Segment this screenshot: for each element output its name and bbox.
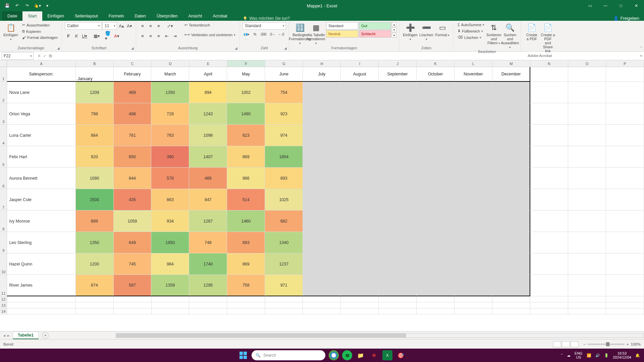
cell[interactable]: Aurora Bennett [7, 168, 75, 189]
volume-icon[interactable]: 🔊 [595, 353, 600, 358]
cell[interactable] [568, 189, 606, 210]
cell[interactable] [417, 253, 454, 275]
tab-data[interactable]: Daten [129, 11, 151, 21]
cell[interactable]: 469 [114, 82, 152, 103]
cell[interactable]: 920 [76, 146, 114, 168]
accounting-format-icon[interactable]: 💶▾ [243, 31, 250, 38]
cell[interactable] [303, 168, 341, 189]
cell[interactable] [417, 125, 454, 146]
cell[interactable] [341, 82, 379, 103]
cell[interactable] [454, 146, 492, 168]
cell[interactable]: 1209 [76, 82, 114, 103]
row-header[interactable]: 11 [0, 275, 7, 296]
cell[interactable] [606, 296, 644, 302]
cell[interactable]: 689 [76, 210, 114, 232]
clear-button[interactable]: ⌫Löschen [456, 35, 486, 40]
merge-center-button[interactable]: ⟷Verbinden und zentrieren [183, 32, 237, 38]
cell[interactable] [417, 232, 454, 253]
align-center-icon[interactable]: ≡ [147, 32, 154, 40]
column-header-D[interactable]: D [152, 60, 190, 67]
cell[interactable] [492, 308, 530, 314]
cell[interactable] [7, 302, 75, 308]
cell[interactable] [568, 302, 606, 308]
cell[interactable]: 1200 [76, 253, 114, 275]
view-page-layout-icon[interactable] [562, 341, 570, 347]
cell[interactable] [341, 302, 379, 308]
cell[interactable] [606, 302, 644, 308]
align-bottom-icon[interactable]: ≡ [155, 22, 162, 29]
cell[interactable] [530, 302, 568, 308]
cell[interactable] [265, 308, 303, 314]
underline-button[interactable]: U▾ [81, 32, 88, 40]
cell[interactable] [379, 210, 417, 232]
start-button[interactable] [238, 350, 248, 360]
tab-start[interactable]: Start [22, 11, 42, 21]
battery-icon[interactable]: 🔋 [604, 353, 609, 358]
cell[interactable] [341, 103, 379, 125]
cell[interactable]: 1407 [189, 146, 227, 168]
cell[interactable] [606, 103, 644, 125]
language-indicator[interactable]: ENG US [575, 351, 583, 359]
cell[interactable] [530, 296, 568, 302]
cell[interactable]: 390 [151, 146, 189, 168]
cell[interactable] [454, 82, 492, 103]
cell[interactable]: 847 [189, 189, 227, 210]
cell[interactable]: 974 [265, 125, 303, 146]
cell[interactable] [379, 146, 417, 168]
view-normal-icon[interactable] [553, 341, 561, 347]
cell[interactable] [417, 146, 454, 168]
ribbon-display-icon[interactable]: ▭ [582, 0, 598, 11]
cell[interactable]: December [492, 67, 530, 82]
cancel-edit-icon[interactable]: ✕ [38, 54, 41, 58]
cell[interactable] [265, 302, 303, 308]
row-header[interactable]: 13 [0, 302, 7, 308]
cell[interactable] [454, 232, 492, 253]
cell[interactable] [303, 253, 341, 275]
cell[interactable]: 514 [227, 189, 265, 210]
cell[interactable]: 1243 [189, 103, 227, 125]
cell[interactable]: 874 [76, 275, 114, 296]
cell[interactable] [530, 168, 568, 189]
zoom-out-icon[interactable]: − [583, 342, 586, 346]
cell[interactable] [568, 82, 606, 103]
cell[interactable]: 894 [189, 82, 227, 103]
cell[interactable] [303, 189, 341, 210]
cell[interactable] [454, 253, 492, 275]
cell[interactable] [7, 308, 75, 314]
cell[interactable]: 754 [265, 82, 303, 103]
cell[interactable] [379, 125, 417, 146]
column-header-C[interactable]: C [114, 60, 152, 67]
column-header-P[interactable]: P [606, 60, 644, 67]
cell[interactable]: October [417, 67, 454, 82]
cell[interactable]: 623 [227, 125, 265, 146]
cell[interactable]: Felix Hart [7, 146, 75, 168]
format-as-table-button[interactable]: ▦ Als Tabelle formatieren [308, 22, 324, 45]
cell[interactable] [530, 232, 568, 253]
cell[interactable] [530, 103, 568, 125]
column-header-J[interactable]: J [379, 60, 417, 67]
cell[interactable]: 650 [114, 146, 152, 168]
row-header[interactable]: 12 [0, 296, 7, 302]
clock[interactable]: 18:53 2024/12/04 [613, 351, 631, 359]
cell[interactable] [189, 296, 227, 302]
cell[interactable] [492, 275, 530, 296]
cell[interactable] [606, 275, 644, 296]
cell[interactable] [568, 67, 606, 82]
fill-button[interactable]: ⬇Füllbereich [456, 28, 486, 34]
cell[interactable]: 1002 [227, 82, 265, 103]
cell[interactable]: Leo Sterling [7, 232, 75, 253]
delete-cells-button[interactable]: ➖Löschen [418, 22, 434, 41]
tab-insert[interactable]: Einfügen [42, 11, 69, 21]
cell[interactable] [265, 296, 303, 302]
cell[interactable]: July [303, 67, 341, 82]
cell[interactable] [454, 125, 492, 146]
tab-formulas[interactable]: Formeln [103, 11, 129, 21]
cell[interactable]: 869 [227, 146, 265, 168]
align-middle-icon[interactable]: ≡ [147, 22, 154, 29]
cell[interactable] [454, 103, 492, 125]
cell[interactable] [606, 82, 644, 103]
cell[interactable] [303, 82, 341, 103]
increase-font-icon[interactable]: A▴ [118, 22, 125, 29]
cell[interactable] [606, 210, 644, 232]
column-header-L[interactable]: L [454, 60, 492, 67]
